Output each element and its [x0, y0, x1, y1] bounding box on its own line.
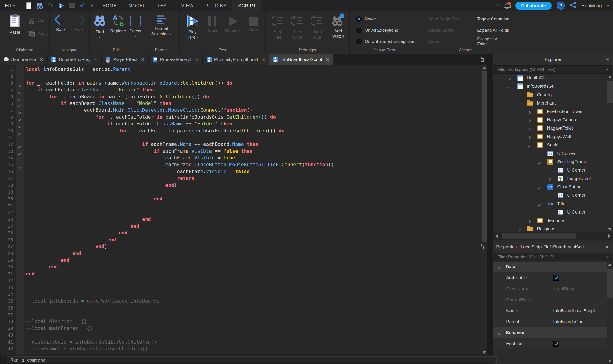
find-button[interactable]: Find [92, 15, 108, 38]
action-item[interactable]: Toggle Comment [477, 13, 510, 25]
tree-item-uicorner[interactable]: UICorner [493, 191, 613, 200]
paste-button[interactable]: Paste [4, 14, 26, 35]
tree-item-infoboardsgui[interactable]: InfoBoardsGui [493, 82, 613, 91]
tab-view[interactable]: VIEW [175, 0, 199, 11]
tab-close-icon[interactable]: ✕ [195, 57, 199, 62]
debug-errors-option[interactable]: Never [356, 13, 414, 25]
tree-item-uicorner[interactable]: UICorner [493, 208, 613, 216]
tree-item-religious[interactable]: Religious [493, 225, 613, 232]
explorer-vscrollbar[interactable] [607, 74, 613, 232]
tree-collapse-icon[interactable] [518, 228, 520, 232]
tree-item-nagayawell[interactable]: NagayaWell [493, 133, 613, 141]
tree-expand-icon[interactable] [538, 186, 541, 190]
back-button[interactable]: Back [53, 16, 69, 32]
share-icon[interactable] [570, 2, 576, 9]
help-icon[interactable]: ? [557, 1, 565, 10]
undo-icon[interactable]: ↶ [79, 2, 87, 9]
tree-item-uicorner[interactable]: UICorner [493, 150, 613, 158]
tree-item-title[interactable]: AATitle [493, 200, 613, 208]
command-input[interactable]: Run a command [7, 356, 497, 363]
tree-collapse-icon[interactable] [508, 77, 510, 81]
tab-close-icon[interactable]: ✕ [94, 57, 98, 62]
debug-errors-option[interactable]: On Unhandled Exceptions [356, 36, 414, 47]
doc-tab-donateandpray[interactable]: DonateAndPray✕ [48, 54, 101, 65]
tab-home[interactable]: HOME [96, 0, 123, 11]
new-file-icon[interactable] [25, 2, 33, 9]
tree-item-scrollingframe[interactable]: ScrollingFrame [493, 158, 613, 166]
tree-item-healthgui[interactable]: HealthGUI [493, 74, 613, 82]
tree-collapse-icon[interactable] [548, 178, 551, 182]
action-item[interactable]: Expand All Folds [477, 25, 510, 36]
doc-tab-proximitypromptlocal[interactable]: ProximityPromptLocal✕ [203, 54, 269, 65]
tree-expand-icon[interactable] [538, 203, 541, 207]
tab-model[interactable]: MODEL [123, 0, 151, 11]
doc-tab-samurai era[interactable]: Samurai Era✕ [0, 54, 47, 65]
select-dropdown-caret-icon[interactable] [134, 36, 137, 38]
tree-expand-icon[interactable] [518, 102, 520, 106]
add-watch-button[interactable]: + AddWatch [329, 15, 347, 39]
radio-icon[interactable] [356, 39, 362, 44]
tab-script[interactable]: SCRIPT [232, 0, 262, 11]
tree-collapse-icon[interactable] [528, 119, 530, 123]
explorer-close-icon[interactable]: ✕ [605, 57, 609, 62]
tree-collapse-icon[interactable] [528, 136, 530, 140]
tree-item-tempura[interactable]: Tempura [493, 217, 613, 225]
tree-item-uicorner[interactable]: UICorner [493, 166, 613, 174]
property-checkbox[interactable] [553, 275, 559, 281]
tree-item-imagelabel[interactable]: ImageLabel [493, 175, 613, 183]
tree-item-nagayatoilet[interactable]: NagayaToilet [493, 124, 613, 132]
explorer-vscrollbar-thumb[interactable] [607, 81, 613, 103]
notifications-bell-icon[interactable] [504, 2, 510, 9]
tab-close-icon[interactable]: ✕ [261, 57, 265, 62]
collaborate-button[interactable]: Collaborate [515, 1, 552, 10]
editor-vscrollbar[interactable] [481, 65, 488, 355]
properties-vscrollbar-thumb[interactable] [607, 269, 613, 298]
play-here-button[interactable]: Play Here [183, 15, 202, 40]
explorer-hscrollbar[interactable] [493, 232, 613, 240]
tab-plugins[interactable]: PLUGINS [199, 0, 232, 11]
tree-expand-icon[interactable] [508, 85, 510, 89]
tree-item-closebutton[interactable]: TXTCloseButton [493, 183, 613, 191]
tree-collapse-icon[interactable] [528, 111, 530, 115]
command-bar-handle[interactable]: ⋮ [2, 357, 6, 359]
properties-popout-icon[interactable] [481, 245, 482, 249]
tree-collapse-icon[interactable] [528, 127, 530, 131]
section-collapse-icon[interactable] [499, 266, 501, 270]
user-menu-caret-icon[interactable] [607, 5, 609, 7]
editor-vscrollbar-thumb[interactable] [482, 71, 487, 242]
property-section-behavior[interactable]: Behavior [493, 327, 613, 338]
find-dropdown-caret-icon[interactable] [98, 37, 101, 38]
property-section-data[interactable]: Data [493, 261, 613, 273]
doc-tab-infoboardlocalscript[interactable]: InfoBoardLocalScript✕ [269, 54, 333, 65]
qat-customize-icon[interactable] [90, 2, 93, 9]
format-selection-button[interactable]: Format Selection [150, 15, 173, 37]
doc-tab-processreceipt[interactable]: ProcessReceipt✕ [149, 54, 202, 65]
action-item[interactable]: Collapse All Folds [477, 36, 510, 47]
find-icon[interactable] [36, 2, 43, 9]
radio-icon[interactable] [356, 16, 362, 22]
property-checkbox[interactable] [553, 341, 559, 347]
debug-errors-option[interactable]: On All Exceptions [356, 25, 414, 36]
replace-button[interactable]: A B Replace [109, 15, 128, 34]
play-here-small-icon[interactable] [57, 2, 65, 9]
explorer-hscrollbar-thumb[interactable] [502, 233, 576, 239]
tab-close-icon[interactable]: ✕ [326, 57, 329, 62]
script-editor[interactable]: 1local infoBoardsGuis = script.Parent23f… [0, 65, 481, 355]
properties-close-icon[interactable]: ✕ [605, 244, 609, 250]
section-collapse-icon[interactable] [499, 331, 501, 336]
user-account-menu[interactable]: HubMong [581, 3, 602, 8]
tree-item-nagayageneral[interactable]: NagayaGeneral [493, 116, 613, 124]
tree-item-sushi[interactable]: Sushi [493, 141, 613, 149]
tree-item-firelookouttower[interactable]: FireLookoutTower [493, 108, 613, 116]
tree-expand-icon[interactable] [528, 144, 530, 148]
select-button[interactable]: Select [128, 15, 143, 38]
tree-collapse-icon[interactable] [528, 220, 530, 224]
tree-item-country[interactable]: Country [493, 91, 613, 99]
tab-close-icon[interactable]: ✕ [40, 57, 43, 62]
properties-filter-input[interactable]: Filter Properties (Ctrl+Shift+P) [494, 253, 612, 261]
collapse-ribbon-icon[interactable] [496, 4, 499, 8]
property-value[interactable]: InfoBoardsGui [553, 319, 582, 324]
file-menu[interactable]: FILE [5, 3, 16, 8]
tab-close-icon[interactable]: ✕ [141, 57, 145, 62]
property-value[interactable]: InfoBoardLocalScript [553, 308, 595, 313]
